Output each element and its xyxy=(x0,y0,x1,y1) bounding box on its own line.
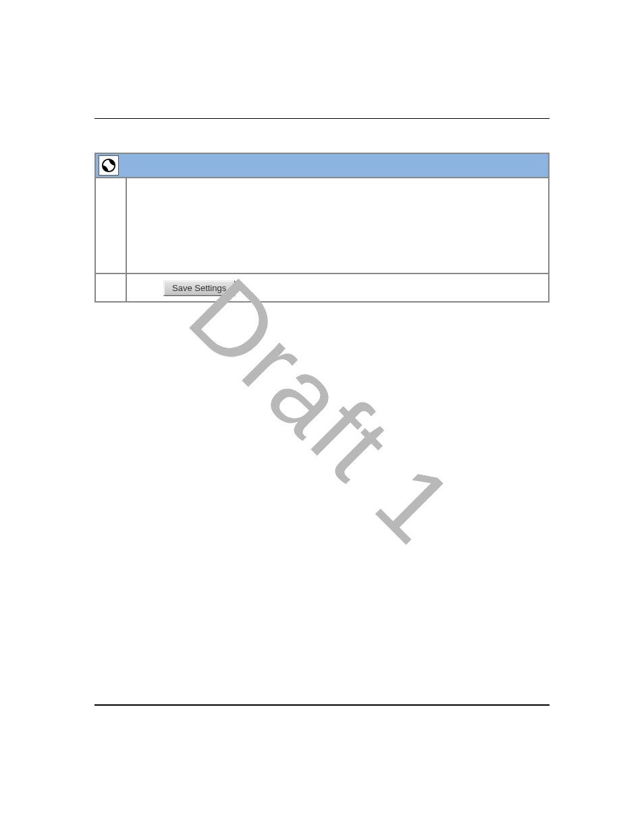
save-settings-button[interactable]: Save Settings xyxy=(163,280,235,296)
footer-actions: Save Settings xyxy=(127,274,548,301)
bottom-rule xyxy=(95,704,549,706)
top-rule xyxy=(95,118,549,119)
footer-left-column xyxy=(96,274,127,301)
panel-footer: Save Settings xyxy=(96,273,548,301)
panel-left-column xyxy=(96,178,127,273)
globe-icon xyxy=(99,155,119,176)
panel-titlebar xyxy=(96,154,548,178)
panel-content xyxy=(127,178,548,273)
panel-body xyxy=(96,178,548,273)
settings-panel: Save Settings xyxy=(95,153,549,303)
